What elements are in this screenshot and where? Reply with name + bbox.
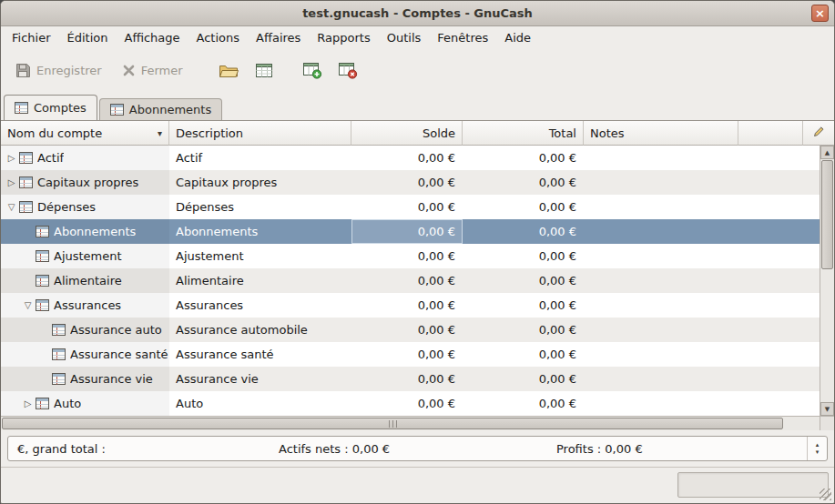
window-title: test.gnucash - Comptes - GnuCash (302, 6, 533, 20)
column-header-filler (738, 121, 803, 146)
account-notes (584, 293, 738, 318)
account-row-actif[interactable]: ▷ActifActif0,00 €0,00 € (1, 146, 820, 170)
account-row-abonnements[interactable]: AbonnementsAbonnements0,00 €0,00 € (1, 219, 820, 244)
account-solde: 0,00 € (351, 146, 463, 170)
account-description: Ajustement (169, 244, 351, 268)
menu-rapports[interactable]: Rapports (309, 26, 378, 50)
account-description: Abonnements (169, 219, 351, 244)
account-row-assurance-sante[interactable]: Assurance santéAssurance santé0,00 €0,00… (1, 342, 820, 367)
column-options-button[interactable] (803, 121, 834, 146)
delete-account-icon (338, 62, 358, 79)
expander-collapsed-icon[interactable]: ▷ (5, 177, 18, 187)
open-account-button[interactable] (248, 55, 281, 86)
account-solde: 0,00 € (351, 219, 463, 244)
tab-abonnements[interactable]: Abonnements (99, 98, 222, 120)
titlebar[interactable]: test.gnucash - Comptes - GnuCash × (1, 1, 834, 26)
menu-fichier[interactable]: Fichier (4, 26, 59, 50)
summary-bar: €, grand total : Actifs nets : 0,00 € Pr… (7, 436, 828, 461)
account-row-alimentaire[interactable]: AlimentaireAlimentaire0,00 €0,00 € (1, 268, 820, 293)
account-row-depenses[interactable]: ▽DépensesDépenses0,00 €0,00 € (1, 195, 820, 219)
menu-fenetres[interactable]: Fenêtres (429, 26, 496, 50)
account-table-body: ▷ActifActif0,00 €0,00 €▷Capitaux propres… (1, 146, 820, 416)
close-button-label: Fermer (141, 64, 183, 77)
scroll-grip-icon (392, 420, 393, 428)
account-description: Dépenses (169, 195, 351, 219)
account-description: Assurances (169, 293, 351, 318)
window-close-button[interactable]: × (811, 5, 829, 22)
row-filler (738, 367, 820, 391)
account-icon (52, 348, 66, 360)
account-icon (19, 201, 33, 213)
column-header-nom-du-compte[interactable]: Nom du compte▾ (1, 121, 169, 146)
menu-affichage[interactable]: Affichage (116, 26, 188, 50)
expander-expanded-icon[interactable]: ▽ (5, 202, 18, 212)
vscroll-thumb[interactable] (821, 160, 833, 269)
table-body-wrap: ▷ActifActif0,00 €0,00 €▷Capitaux propres… (1, 146, 834, 416)
account-solde: 0,00 € (351, 367, 463, 391)
tab-comptes[interactable]: Comptes (4, 95, 97, 120)
account-name-cell: Assurance vie (1, 367, 169, 391)
close-tab-button[interactable]: Fermer (113, 58, 192, 83)
account-name: Auto (54, 397, 81, 410)
close-icon: × (815, 7, 825, 19)
account-row-assurance-vie[interactable]: Assurance vieAssurance vie0,00 €0,00 € (1, 367, 820, 391)
horizontal-scrollbar[interactable] (1, 416, 820, 430)
net-assets-value: Actifs nets : 0,00 € (270, 442, 547, 456)
account-description: Actif (169, 146, 351, 170)
account-solde: 0,00 € (351, 268, 463, 293)
account-icon (36, 275, 49, 287)
expander-collapsed-icon[interactable]: ▷ (5, 153, 18, 163)
account-name: Alimentaire (54, 274, 122, 287)
scroll-grip-icon (389, 420, 390, 428)
account-solde: 0,00 € (351, 342, 463, 367)
menu-edition[interactable]: Édition (59, 26, 117, 50)
menubar: FichierÉditionAffichageActionsAffairesRa… (1, 26, 834, 50)
open-file-button[interactable] (212, 55, 246, 86)
account-row-auto[interactable]: ▷AutoAuto0,00 €0,00 € (1, 391, 820, 416)
vscroll-trough[interactable] (820, 159, 834, 402)
new-account-button[interactable] (296, 55, 330, 86)
expander-expanded-icon[interactable]: ▽ (21, 300, 35, 310)
account-notes (584, 170, 738, 195)
save-button[interactable]: Enregistrer (6, 57, 111, 84)
sort-indicator-icon: ▾ (154, 128, 162, 138)
resize-grip[interactable] (820, 489, 831, 500)
column-header-description[interactable]: Description (169, 121, 351, 146)
column-header-label: Nom du compte (7, 126, 102, 140)
account-notes (584, 367, 738, 391)
summary-options-spinner[interactable]: ▴ ▾ (807, 437, 827, 460)
spin-up-icon: ▴ (816, 441, 820, 449)
tab-label: Abonnements (129, 103, 211, 116)
account-name: Assurances (54, 298, 121, 312)
scroll-up-button[interactable]: ▲ (820, 146, 834, 159)
menu-affaires[interactable]: Affaires (248, 26, 309, 50)
scroll-down-button[interactable]: ▼ (820, 402, 834, 416)
tabbar: ComptesAbonnements (1, 90, 834, 121)
menu-aide[interactable]: Aide (496, 26, 539, 50)
close-tab-icon (122, 64, 136, 77)
column-header-total[interactable]: Total (463, 121, 584, 146)
account-total: 0,00 € (463, 293, 584, 318)
edit-columns-icon (813, 126, 825, 140)
column-header-notes[interactable]: Notes (584, 121, 738, 146)
account-row-assurance-auto[interactable]: Assurance autoAssurance automobile0,00 €… (1, 318, 820, 342)
expander-collapsed-icon[interactable]: ▷ (21, 398, 35, 408)
account-row-ajustement[interactable]: AjustementAjustement0,00 €0,00 € (1, 244, 820, 268)
account-notes (584, 268, 738, 293)
account-description: Assurance santé (169, 342, 351, 367)
delete-account-button[interactable] (331, 55, 365, 86)
row-filler (738, 268, 820, 293)
column-header-label: Description (176, 126, 243, 140)
account-row-assurances[interactable]: ▽AssurancesAssurances0,00 €0,00 € (1, 293, 820, 318)
account-solde: 0,00 € (351, 195, 463, 219)
account-notes (584, 391, 738, 416)
column-header-label: Notes (590, 126, 625, 140)
menu-actions[interactable]: Actions (188, 26, 249, 50)
menu-outils[interactable]: Outils (379, 26, 430, 50)
account-total: 0,00 € (463, 318, 584, 342)
gnucash-window: test.gnucash - Comptes - GnuCash × Fichi… (0, 0, 835, 504)
vertical-scrollbar[interactable]: ▲ ▼ (820, 146, 834, 416)
account-row-capitaux-propres[interactable]: ▷Capitaux propresCapitaux propres0,00 €0… (1, 170, 820, 195)
hscroll-thumb[interactable] (2, 418, 783, 429)
column-header-solde[interactable]: Solde (351, 121, 463, 146)
